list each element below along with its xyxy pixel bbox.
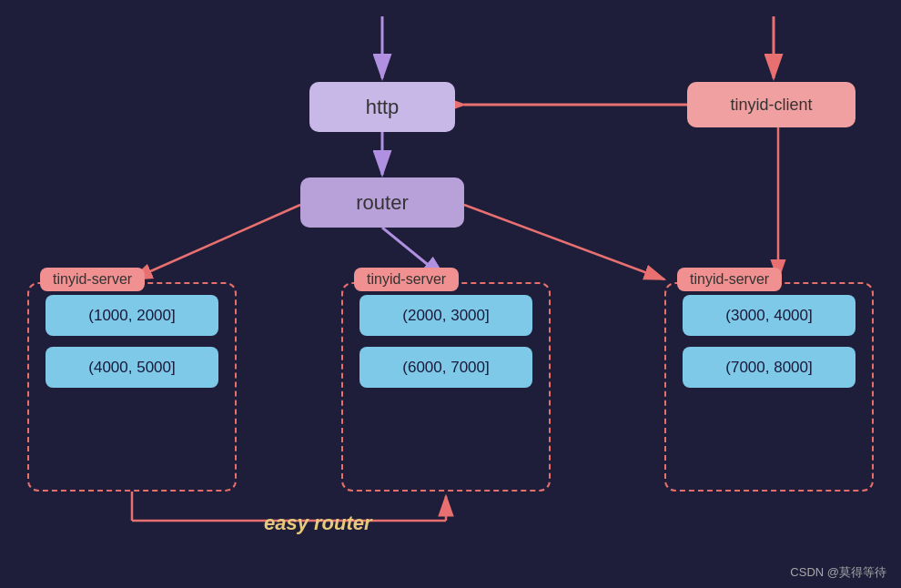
server-container-left: tinyid-server (1000, 2000] (4000, 5000] (27, 282, 237, 492)
range-box-center-2: (6000, 7000] (359, 347, 532, 388)
diagram-container: http router tinyid-client tinyid-server … (0, 0, 901, 588)
server-label-left: tinyid-server (40, 268, 145, 291)
range-box-left-2: (4000, 5000] (46, 347, 218, 388)
server-label-center: tinyid-server (354, 268, 459, 291)
range-box-right-2: (7000, 8000] (683, 347, 855, 388)
watermark-text: CSDN @莫得等待 (790, 565, 886, 579)
router-node: router (300, 177, 464, 228)
range-box-right-1: (3000, 4000] (683, 295, 855, 336)
watermark: CSDN @莫得等待 (790, 564, 886, 581)
svg-line-7 (132, 205, 300, 279)
range-box-center-1: (2000, 3000] (359, 295, 532, 336)
server-container-center: tinyid-server (2000, 3000] (6000, 7000] (341, 282, 551, 492)
range-box-left-1: (1000, 2000] (46, 295, 218, 336)
http-node: http (309, 82, 455, 132)
svg-line-9 (464, 205, 664, 279)
server-container-right: tinyid-server (3000, 4000] (7000, 8000] (664, 282, 874, 492)
tinyid-client-label: tinyid-client (730, 96, 812, 115)
tinyid-client-node: tinyid-client (687, 82, 855, 127)
router-label: router (356, 191, 408, 215)
easy-router-label: easy router (264, 512, 372, 535)
easy-router-text: easy router (264, 512, 372, 534)
server-label-right: tinyid-server (677, 268, 782, 291)
http-label: http (366, 96, 400, 119)
